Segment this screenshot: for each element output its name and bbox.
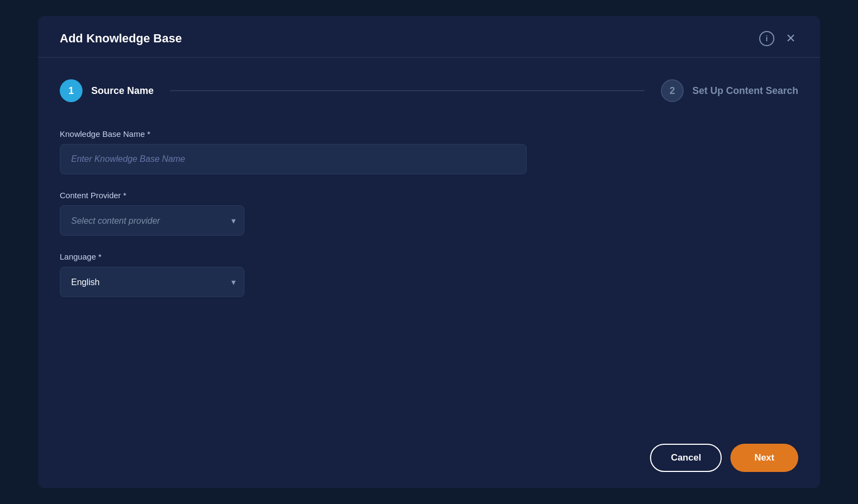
- form-section: Knowledge Base Name * Content Provider *…: [60, 129, 798, 422]
- step-2-circle: 2: [661, 79, 684, 102]
- step-1-label: Source Name: [91, 85, 154, 97]
- knowledge-base-name-group: Knowledge Base Name *: [60, 129, 798, 174]
- info-icon[interactable]: i: [759, 31, 774, 46]
- modal-title: Add Knowledge Base: [60, 32, 182, 46]
- modal-body: 1 Source Name 2 Set Up Content Search Kn…: [38, 58, 820, 433]
- language-label: Language *: [60, 252, 798, 261]
- step-2: 2 Set Up Content Search: [661, 79, 798, 102]
- modal-header: Add Knowledge Base i ✕: [38, 16, 820, 58]
- step-1-circle: 1: [60, 79, 83, 102]
- content-provider-group: Content Provider * Select content provid…: [60, 191, 798, 236]
- language-wrapper: English French German Spanish: [60, 267, 244, 297]
- step-1: 1 Source Name: [60, 79, 154, 102]
- next-button[interactable]: Next: [730, 444, 798, 472]
- step-connector: [170, 90, 645, 91]
- add-knowledge-base-modal: Add Knowledge Base i ✕ 1 Source Name: [38, 16, 820, 488]
- language-select[interactable]: English French German Spanish: [60, 267, 244, 297]
- modal-footer: Cancel Next: [38, 433, 820, 488]
- knowledge-base-name-label: Knowledge Base Name *: [60, 129, 798, 138]
- language-group: Language * English French German Spanish: [60, 252, 798, 297]
- step-2-label: Set Up Content Search: [692, 85, 798, 97]
- content-provider-label: Content Provider *: [60, 191, 798, 200]
- knowledge-base-name-input[interactable]: [60, 144, 527, 174]
- content-provider-wrapper: Select content provider: [60, 205, 244, 236]
- close-button[interactable]: ✕: [783, 31, 798, 46]
- cancel-button[interactable]: Cancel: [650, 444, 722, 472]
- content-provider-select[interactable]: Select content provider: [60, 205, 244, 236]
- steps-container: 1 Source Name 2 Set Up Content Search: [60, 79, 798, 102]
